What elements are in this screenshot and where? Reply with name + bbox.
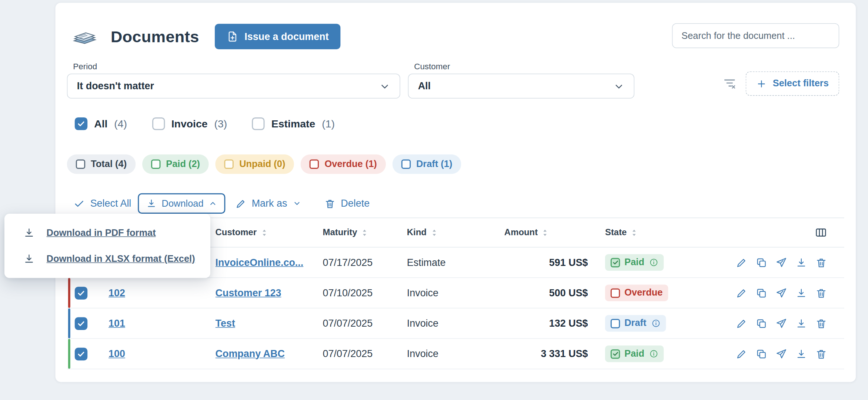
copy-icon[interactable] (756, 257, 767, 268)
amount-cell: 500 US$ (497, 287, 588, 299)
document-number-link[interactable]: 102 (108, 287, 125, 299)
mark-as-label: Mark as (252, 198, 287, 209)
sort-icon[interactable] (261, 228, 268, 237)
search-input[interactable] (672, 23, 839, 48)
type-filter-label: All (94, 118, 107, 130)
copy-icon[interactable] (756, 317, 767, 329)
documents-card: Documents Issue a document Period It doe… (55, 3, 856, 382)
download-icon[interactable] (795, 287, 807, 299)
download-icon (23, 253, 35, 264)
column-settings-icon[interactable] (815, 226, 827, 239)
status-filter-pill[interactable]: Paid (2) (142, 154, 209, 174)
status-filter-pill[interactable]: Draft (1) (393, 154, 461, 174)
download-menu-item[interactable]: Download in XLSX format (Excel) (4, 246, 210, 272)
column-header[interactable]: Maturity (323, 227, 407, 237)
chevron-up-icon (208, 199, 217, 207)
delete-icon[interactable] (815, 257, 827, 268)
download-icon[interactable] (795, 348, 807, 360)
copy-icon[interactable] (756, 287, 767, 299)
delete-icon[interactable] (815, 287, 827, 299)
sort-icon[interactable] (361, 228, 368, 237)
check-icon (74, 198, 85, 209)
sort-icon[interactable] (542, 228, 549, 237)
customer-label: Customer (414, 61, 634, 71)
customer-link[interactable]: Customer 123 (216, 287, 281, 299)
sort-icon[interactable] (430, 228, 437, 237)
delete-icon[interactable] (815, 348, 827, 360)
info-icon[interactable] (649, 258, 658, 267)
customer-link[interactable]: Test (216, 317, 235, 329)
edit-icon[interactable] (736, 287, 747, 299)
column-header-label: Customer (216, 227, 257, 237)
column-header[interactable]: Kind (407, 227, 497, 237)
download-icon[interactable] (795, 257, 807, 268)
type-filter-checkbox[interactable] (152, 117, 164, 130)
issue-document-button[interactable]: Issue a document (215, 24, 340, 49)
column-header[interactable]: Amount (497, 227, 588, 237)
mark-as-button[interactable]: Mark as (235, 198, 301, 209)
edit-icon[interactable] (736, 317, 747, 329)
edit-icon[interactable] (736, 348, 747, 360)
customer-link[interactable]: Company ABC (216, 348, 285, 360)
customer-link[interactable]: InvoiceOnline.co... (216, 257, 304, 268)
download-button[interactable]: Download (138, 193, 225, 214)
status-checkbox-icon (151, 160, 160, 169)
download-icon[interactable] (795, 317, 807, 329)
row-checkbox[interactable] (75, 317, 87, 330)
download-label: Download (162, 198, 204, 209)
info-icon[interactable] (651, 319, 660, 328)
row-checkbox[interactable] (75, 287, 87, 299)
send-icon[interactable] (775, 317, 787, 329)
delete-label: Delete (341, 198, 370, 209)
select-filters-button[interactable]: Select filters (745, 71, 839, 96)
state-label: Overdue (624, 287, 662, 299)
column-header[interactable]: Customer (216, 227, 323, 237)
column-header[interactable]: State (588, 227, 720, 237)
row-accent-bar (68, 309, 70, 339)
plus-icon (756, 79, 767, 89)
select-all-button[interactable]: Select All (74, 198, 131, 209)
kind-cell: Invoice (407, 348, 497, 360)
sort-icon[interactable] (631, 228, 638, 237)
download-icon (146, 198, 157, 209)
chevron-down-icon (613, 81, 624, 92)
type-filter-checkbox[interactable] (75, 117, 87, 130)
info-icon[interactable] (649, 349, 658, 358)
status-pill-label: Total (4) (91, 159, 127, 170)
table-row: 100 Company ABC 07/07/2025 Invoice 3 331… (67, 339, 844, 369)
table-row: 102 Customer 123 07/10/2025 Invoice 500 … (67, 278, 844, 308)
trash-icon (324, 198, 335, 209)
type-filter-item[interactable]: Invoice (3) (152, 117, 227, 130)
edit-icon[interactable] (736, 257, 747, 268)
state-checkbox-icon (611, 288, 620, 297)
chevron-down-icon (293, 199, 301, 207)
state-badge: Overdue (605, 284, 668, 301)
status-filter-pill[interactable]: Overdue (1) (301, 154, 385, 174)
download-menu-item-label: Download in XLSX format (Excel) (47, 253, 195, 264)
delete-button[interactable]: Delete (324, 198, 370, 209)
bulk-actions-toolbar: Select All Download Mark as (67, 193, 844, 214)
kind-cell: Invoice (407, 287, 497, 299)
copy-icon[interactable] (756, 348, 767, 360)
column-header-label: Kind (407, 227, 427, 237)
table-row: 101 Test 07/07/2025 Invoice 132 US$ Draf… (67, 309, 844, 339)
status-filter-pill[interactable]: Total (4) (67, 154, 136, 174)
documents-page: Documents Issue a document Period It doe… (0, 0, 868, 400)
period-select[interactable]: It doesn't matter (67, 74, 400, 99)
type-filter-item[interactable]: All (4) (75, 117, 127, 130)
type-filter-count: (3) (214, 118, 227, 130)
status-filter-pill[interactable]: Unpaid (0) (216, 154, 294, 174)
document-number-link[interactable]: 101 (108, 317, 125, 329)
type-filter-item[interactable]: Estimate (1) (252, 117, 335, 130)
download-menu-item[interactable]: Download in PDF format (4, 220, 210, 246)
delete-icon[interactable] (815, 317, 827, 329)
send-icon[interactable] (775, 287, 787, 299)
send-icon[interactable] (775, 257, 787, 268)
status-filter-row: Total (4) Paid (2) Unpaid (0) Overdue (1… (67, 154, 461, 174)
customer-select[interactable]: All (408, 74, 634, 99)
send-icon[interactable] (775, 348, 787, 360)
clear-filters-button[interactable] (717, 71, 742, 96)
row-checkbox[interactable] (75, 347, 87, 360)
document-number-link[interactable]: 100 (108, 348, 125, 360)
type-filter-checkbox[interactable] (252, 117, 265, 130)
